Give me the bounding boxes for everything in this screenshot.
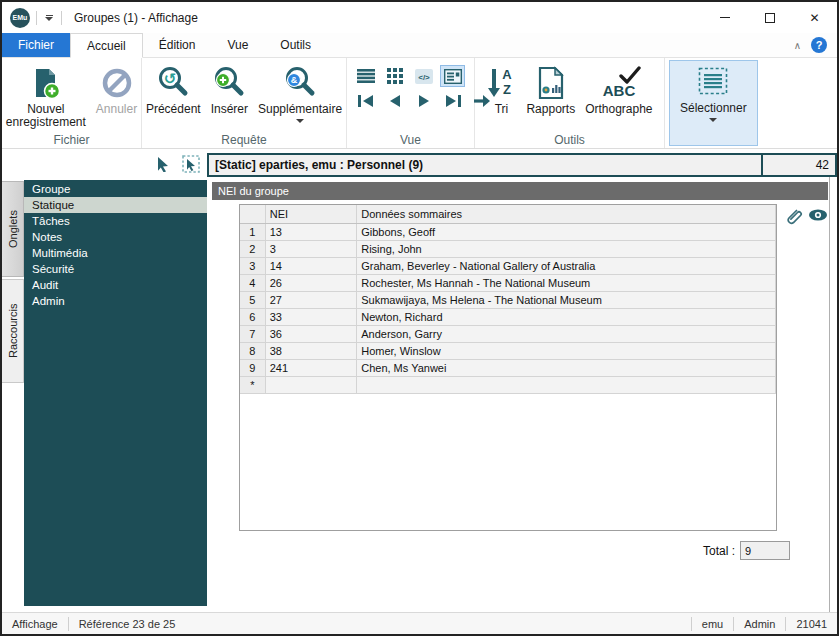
cell-nei[interactable]: 14 xyxy=(265,257,357,274)
total-value-field[interactable]: 9 xyxy=(740,541,790,560)
insert-button[interactable]: Insérer xyxy=(206,63,253,118)
cell-sum[interactable]: Rochester, Ms Hannah - The National Muse… xyxy=(357,274,776,291)
cell-nei[interactable]: 38 xyxy=(265,342,357,359)
sidebar-item-admin[interactable]: Admin xyxy=(24,293,207,309)
column-header-summary[interactable]: Données sommaires xyxy=(357,205,776,223)
sidebar-item-sécurité[interactable]: Sécurité xyxy=(24,261,207,277)
maximize-button[interactable] xyxy=(747,2,792,33)
collapse-ribbon-icon[interactable]: ∧ xyxy=(794,40,801,51)
table-row[interactable]: 527Sukmawijaya, Ms Helena - The National… xyxy=(240,291,776,308)
cell-nei[interactable]: 27 xyxy=(265,291,357,308)
sidebar-item-audit[interactable]: Audit xyxy=(24,277,207,293)
cell-nei[interactable]: 241 xyxy=(265,359,357,376)
chevron-down-icon xyxy=(296,119,304,123)
sidebar-item-groupe[interactable]: Groupe xyxy=(24,181,207,197)
spelling-button[interactable]: ABC Orthographe xyxy=(580,63,657,118)
cell-sum[interactable]: Newton, Richard xyxy=(357,308,776,325)
reports-icon xyxy=(536,65,566,101)
ribbon-tab-accueil[interactable]: Accueil xyxy=(70,33,143,58)
cell-sum[interactable]: Chen, Ms Yanwei xyxy=(357,359,776,376)
grid-view-icon[interactable] xyxy=(382,65,407,87)
sort-icon: A Z xyxy=(486,65,516,101)
cell-nei[interactable]: 33 xyxy=(265,308,357,325)
cell-nei[interactable]: 13 xyxy=(265,223,357,240)
code-view-icon[interactable]: </> xyxy=(411,65,436,87)
rail-tab-onglets[interactable]: Onglets xyxy=(2,181,24,277)
cell-num[interactable]: 9 xyxy=(240,359,265,376)
table-row[interactable]: 23Rising, John xyxy=(240,240,776,257)
attachment-paperclip-icon[interactable] xyxy=(781,206,803,228)
cell-num[interactable]: 7 xyxy=(240,325,265,342)
cell-sum[interactable]: Graham, Beverley - National Gallery of A… xyxy=(357,257,776,274)
cell-sum[interactable]: Rising, John xyxy=(357,240,776,257)
sort-label: Tri xyxy=(495,103,509,116)
table-row[interactable]: 113Gibbons, Geoff xyxy=(240,223,776,240)
previous-record-icon[interactable] xyxy=(382,90,407,112)
ribbon-tab-édition[interactable]: Édition xyxy=(143,33,212,57)
cell-nei[interactable] xyxy=(265,376,357,393)
cell-num[interactable]: * xyxy=(240,376,265,393)
select-mode-cursor-icon[interactable] xyxy=(181,154,201,174)
cell-num[interactable]: 1 xyxy=(240,223,265,240)
table-row[interactable]: 426Rochester, Ms Hannah - The National M… xyxy=(240,274,776,291)
view-eye-icon[interactable] xyxy=(807,206,829,224)
last-record-icon[interactable] xyxy=(440,90,465,112)
qat-dropdown-icon[interactable] xyxy=(43,15,55,21)
status-session-id: 21041 xyxy=(786,613,837,634)
cell-nei[interactable]: 36 xyxy=(265,325,357,342)
column-header-rownum[interactable] xyxy=(240,205,265,223)
sidebar-item-statique[interactable]: Statique xyxy=(24,197,207,213)
table-row[interactable]: 838Homer, Winslow xyxy=(240,342,776,359)
divider xyxy=(61,11,62,25)
cancel-button[interactable]: Annuler xyxy=(91,63,142,118)
cell-num[interactable]: 8 xyxy=(240,342,265,359)
group-members-grid[interactable]: NEI Données sommaires 113Gibbons, Geoff2… xyxy=(239,204,777,531)
cell-num[interactable]: 2 xyxy=(240,240,265,257)
cell-num[interactable]: 5 xyxy=(240,291,265,308)
cell-num[interactable]: 3 xyxy=(240,257,265,274)
list-view-icon[interactable] xyxy=(353,65,378,87)
next-record-icon[interactable] xyxy=(411,90,436,112)
table-row[interactable]: 314Graham, Beverley - National Gallery o… xyxy=(240,257,776,274)
maximize-icon xyxy=(765,13,775,23)
cell-nei[interactable]: 26 xyxy=(265,274,357,291)
column-header-nei[interactable]: NEI xyxy=(265,205,357,223)
table-row[interactable]: 736Anderson, Garry xyxy=(240,325,776,342)
cell-sum[interactable]: Sukmawijaya, Ms Helena - The National Mu… xyxy=(357,291,776,308)
total-label: Total : xyxy=(703,544,735,558)
ribbon-tab-outils[interactable]: Outils xyxy=(264,33,327,57)
details-view-icon[interactable] xyxy=(440,65,465,87)
cell-sum[interactable]: Anderson, Garry xyxy=(357,325,776,342)
sidebar-item-notes[interactable]: Notes xyxy=(24,229,207,245)
cell-sum[interactable] xyxy=(357,376,776,393)
cell-sum[interactable]: Gibbons, Geoff xyxy=(357,223,776,240)
cell-nei[interactable]: 3 xyxy=(265,240,357,257)
sidebar-item-multimédia[interactable]: Multimédia xyxy=(24,245,207,261)
minimize-button[interactable] xyxy=(702,2,747,33)
new-record-button[interactable]: Nouvel enregistrement xyxy=(1,63,91,131)
sidebar-item-tâches[interactable]: Tâches xyxy=(24,213,207,229)
table-row[interactable]: 633Newton, Richard xyxy=(240,308,776,325)
ribbon-tab-vue[interactable]: Vue xyxy=(211,33,264,57)
first-record-icon[interactable] xyxy=(353,90,378,112)
select-button[interactable]: Sélectionner xyxy=(669,60,758,146)
cell-num[interactable]: 4 xyxy=(240,274,265,291)
cell-sum[interactable]: Homer, Winslow xyxy=(357,342,776,359)
window-controls: ✕ xyxy=(702,2,837,33)
reports-button[interactable]: Rapports xyxy=(521,63,580,118)
table-new-row[interactable]: * xyxy=(240,376,776,393)
sort-button[interactable]: A Z Tri xyxy=(481,63,521,118)
rail-tab-raccourcis[interactable]: Raccourcis xyxy=(2,279,24,383)
ribbon-tab-fichier[interactable]: Fichier xyxy=(2,33,70,57)
previous-query-button[interactable]: ↺ Précédent xyxy=(141,63,206,118)
left-column: OngletsRaccourcis GroupeStatiqueTâchesNo… xyxy=(2,149,207,612)
cell-num[interactable]: 6 xyxy=(240,308,265,325)
pointer-cursor-icon[interactable] xyxy=(153,154,173,174)
help-icon[interactable]: ? xyxy=(811,37,827,53)
cancel-label: Annuler xyxy=(96,103,137,116)
table-row[interactable]: 9241Chen, Ms Yanwei xyxy=(240,359,776,376)
close-button[interactable]: ✕ xyxy=(792,2,837,33)
additional-query-button[interactable]: & Supplémentaire xyxy=(253,63,347,125)
grid-side-icons xyxy=(781,204,829,531)
table-header-row: NEI Données sommaires xyxy=(240,205,776,223)
